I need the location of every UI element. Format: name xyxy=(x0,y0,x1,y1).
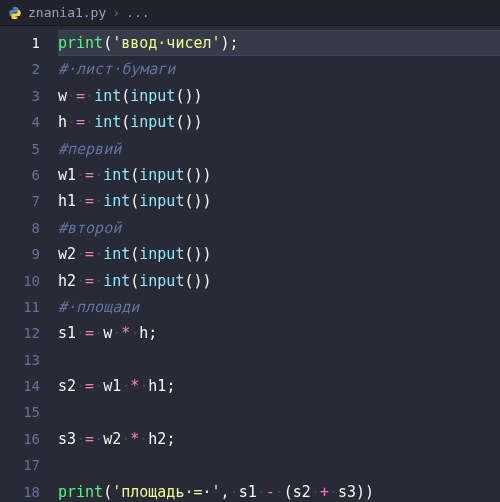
line-number: 17 xyxy=(0,452,40,478)
code-editor[interactable]: 123456789101112131415161718 print('ввод·… xyxy=(0,26,500,502)
line-number: 15 xyxy=(0,399,40,425)
line-number: 7 xyxy=(0,188,40,214)
token-op: = xyxy=(85,377,94,395)
code-line[interactable]: #·площади xyxy=(58,294,500,320)
token-str: 'площадь·=·' xyxy=(112,483,220,501)
code-line[interactable]: print('площадь·=·',·s1·-·(s2·+·s3)) xyxy=(58,479,500,502)
token-p: ( xyxy=(130,166,139,184)
token-p: ; xyxy=(230,34,239,52)
code-line[interactable] xyxy=(58,347,500,373)
token-ws: · xyxy=(76,166,85,184)
token-op: = xyxy=(85,166,94,184)
token-p: ( xyxy=(103,483,112,501)
token-ws: · xyxy=(76,430,85,448)
token-ws: · xyxy=(76,245,85,263)
token-call: int xyxy=(94,113,121,131)
token-var: s2 xyxy=(58,377,76,395)
breadcrumb[interactable]: znania1.py › ... xyxy=(0,0,500,26)
token-p: ( xyxy=(130,192,139,210)
line-number: 9 xyxy=(0,241,40,267)
line-number-gutter: 123456789101112131415161718 xyxy=(0,26,58,502)
token-op: = xyxy=(85,192,94,210)
token-ws: · xyxy=(139,377,148,395)
line-number: 14 xyxy=(0,373,40,399)
token-call: input xyxy=(139,245,184,263)
token-call: input xyxy=(139,166,184,184)
token-op: + xyxy=(320,483,329,501)
token-op: * xyxy=(130,430,139,448)
token-com: #·площади xyxy=(58,298,139,316)
token-p: ( xyxy=(284,483,293,501)
token-p: ( xyxy=(103,34,112,52)
token-var: h xyxy=(58,113,67,131)
token-op: = xyxy=(76,113,85,131)
token-call: input xyxy=(130,113,175,131)
code-line[interactable]: s1·=·w·*·h; xyxy=(58,320,500,346)
token-op: = xyxy=(85,245,94,263)
code-line[interactable]: #·лист·бумаги xyxy=(58,56,500,82)
token-p: ( xyxy=(121,87,130,105)
breadcrumb-rest[interactable]: ... xyxy=(126,5,149,20)
token-ws: · xyxy=(121,430,130,448)
code-line[interactable]: w·=·int(input()) xyxy=(58,83,500,109)
breadcrumb-file[interactable]: znania1.py xyxy=(28,5,106,20)
token-p: ) xyxy=(356,483,365,501)
code-line[interactable]: s3·=·w2·*·h2; xyxy=(58,426,500,452)
token-com: #·лист·бумаги xyxy=(58,60,175,78)
line-number: 2 xyxy=(0,56,40,82)
code-line[interactable]: print('ввод·чисел'); xyxy=(58,30,500,56)
python-file-icon xyxy=(8,6,22,20)
token-ws: · xyxy=(139,430,148,448)
token-var: s3 xyxy=(58,430,76,448)
token-p: , xyxy=(221,483,230,501)
token-fn: print xyxy=(58,483,103,501)
token-call: int xyxy=(103,272,130,290)
token-var: h xyxy=(139,324,148,342)
code-line[interactable]: #второй xyxy=(58,215,500,241)
token-var: s3 xyxy=(338,483,356,501)
token-str: 'ввод·чисел' xyxy=(112,34,220,52)
token-var: h2 xyxy=(58,272,76,290)
code-line[interactable]: h2·=·int(input()) xyxy=(58,268,500,294)
token-var: w1 xyxy=(58,166,76,184)
line-number: 13 xyxy=(0,347,40,373)
code-line[interactable] xyxy=(58,399,500,425)
line-number: 10 xyxy=(0,268,40,294)
token-ws: · xyxy=(112,324,121,342)
breadcrumb-separator-icon: › xyxy=(112,5,120,20)
code-line[interactable]: w2·=·int(input()) xyxy=(58,241,500,267)
code-line[interactable]: w1·=·int(input()) xyxy=(58,162,500,188)
token-var: w xyxy=(103,324,112,342)
token-p: ) xyxy=(193,166,202,184)
token-var: h1 xyxy=(148,377,166,395)
token-var: w1 xyxy=(103,377,121,395)
token-var: s2 xyxy=(293,483,311,501)
code-area[interactable]: print('ввод·чисел');#·лист·бумагиw·=·int… xyxy=(58,26,500,502)
token-p: ( xyxy=(130,272,139,290)
token-p: ( xyxy=(130,245,139,263)
line-number: 1 xyxy=(0,30,40,56)
code-line[interactable]: h1·=·int(input()) xyxy=(58,188,500,214)
token-ws: · xyxy=(121,377,130,395)
token-var: w2 xyxy=(103,430,121,448)
code-line[interactable]: h·=·int(input()) xyxy=(58,109,500,135)
token-ws: · xyxy=(257,483,266,501)
code-line[interactable]: #первий xyxy=(58,136,500,162)
token-ws: · xyxy=(94,377,103,395)
token-p: ) xyxy=(203,192,212,210)
token-p: ; xyxy=(148,324,157,342)
token-call: int xyxy=(103,192,130,210)
token-op: = xyxy=(85,324,94,342)
token-p: ; xyxy=(166,430,175,448)
line-number: 16 xyxy=(0,426,40,452)
token-ws: · xyxy=(329,483,338,501)
token-ws: · xyxy=(76,192,85,210)
token-call: input xyxy=(139,272,184,290)
token-p: ) xyxy=(193,87,202,105)
token-ws: · xyxy=(85,87,94,105)
token-var: s1 xyxy=(58,324,76,342)
token-com: #второй xyxy=(58,219,121,237)
code-line[interactable]: s2·=·w1·*·h1; xyxy=(58,373,500,399)
code-line[interactable] xyxy=(58,452,500,478)
token-var: w2 xyxy=(58,245,76,263)
